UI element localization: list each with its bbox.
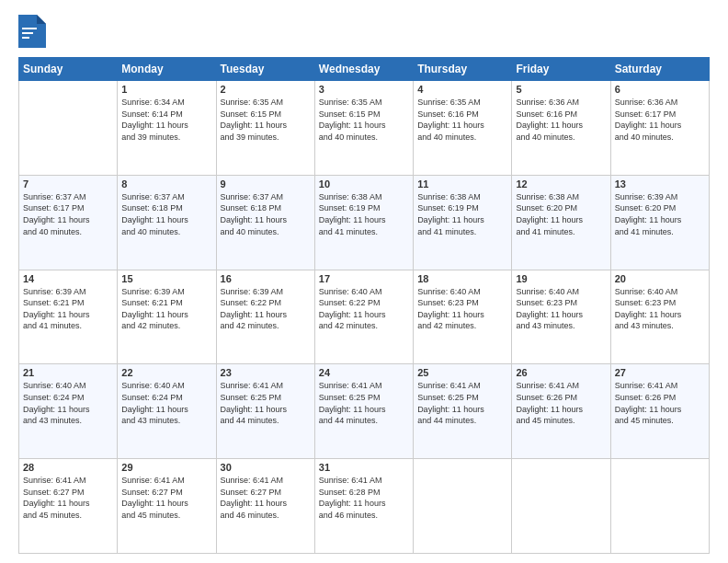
- calendar-cell: 12Sunrise: 6:38 AM Sunset: 6:20 PM Dayli…: [512, 175, 610, 270]
- cell-info: Sunrise: 6:40 AM Sunset: 6:23 PM Dayligh…: [417, 286, 507, 332]
- day-number: 7: [23, 178, 113, 190]
- logo: [18, 15, 50, 48]
- calendar-cell: 1Sunrise: 6:34 AM Sunset: 6:14 PM Daylig…: [118, 81, 216, 176]
- logo-icon: [18, 15, 46, 48]
- calendar-cell: 19Sunrise: 6:40 AM Sunset: 6:23 PM Dayli…: [512, 270, 610, 364]
- cell-info: Sunrise: 6:37 AM Sunset: 6:18 PM Dayligh…: [221, 191, 311, 237]
- day-number: 29: [121, 462, 211, 473]
- calendar-cell: 5Sunrise: 6:36 AM Sunset: 6:16 PM Daylig…: [512, 81, 610, 176]
- day-number: 30: [221, 462, 311, 473]
- calendar-cell: 3Sunrise: 6:35 AM Sunset: 6:15 PM Daylig…: [314, 81, 413, 176]
- cell-info: Sunrise: 6:39 AM Sunset: 6:21 PM Dayligh…: [23, 286, 113, 332]
- day-number: 20: [615, 273, 705, 284]
- day-number: 14: [23, 273, 113, 284]
- cell-info: Sunrise: 6:39 AM Sunset: 6:20 PM Dayligh…: [615, 191, 705, 237]
- cell-info: Sunrise: 6:36 AM Sunset: 6:17 PM Dayligh…: [615, 97, 705, 143]
- day-number: 17: [319, 273, 409, 284]
- col-tuesday: Tuesday: [216, 58, 314, 81]
- calendar-cell: [512, 459, 610, 554]
- calendar-cell: 14Sunrise: 6:39 AM Sunset: 6:21 PM Dayli…: [19, 270, 118, 364]
- calendar-cell: 26Sunrise: 6:41 AM Sunset: 6:26 PM Dayli…: [512, 364, 610, 459]
- calendar-cell: 27Sunrise: 6:41 AM Sunset: 6:26 PM Dayli…: [610, 364, 709, 459]
- calendar-cell: 24Sunrise: 6:41 AM Sunset: 6:25 PM Dayli…: [314, 364, 413, 459]
- calendar-cell: 21Sunrise: 6:40 AM Sunset: 6:24 PM Dayli…: [19, 364, 118, 459]
- cell-info: Sunrise: 6:41 AM Sunset: 6:25 PM Dayligh…: [417, 380, 507, 426]
- calendar-cell: 17Sunrise: 6:40 AM Sunset: 6:22 PM Dayli…: [314, 270, 413, 364]
- calendar-cell: 13Sunrise: 6:39 AM Sunset: 6:20 PM Dayli…: [610, 175, 709, 270]
- col-wednesday: Wednesday: [314, 58, 413, 81]
- cell-info: Sunrise: 6:41 AM Sunset: 6:27 PM Dayligh…: [23, 475, 113, 521]
- col-friday: Friday: [512, 58, 610, 81]
- cell-info: Sunrise: 6:38 AM Sunset: 6:19 PM Dayligh…: [417, 191, 507, 237]
- calendar-cell: 30Sunrise: 6:41 AM Sunset: 6:27 PM Dayli…: [216, 459, 314, 554]
- calendar-cell: 4Sunrise: 6:35 AM Sunset: 6:16 PM Daylig…: [414, 81, 512, 176]
- day-number: 3: [319, 84, 409, 95]
- day-number: 11: [417, 178, 507, 190]
- calendar-cell: 29Sunrise: 6:41 AM Sunset: 6:27 PM Dayli…: [118, 459, 216, 554]
- cell-info: Sunrise: 6:40 AM Sunset: 6:23 PM Dayligh…: [516, 286, 606, 332]
- calendar-cell: 15Sunrise: 6:39 AM Sunset: 6:21 PM Dayli…: [118, 270, 216, 364]
- cell-info: Sunrise: 6:41 AM Sunset: 6:27 PM Dayligh…: [221, 475, 311, 521]
- calendar-cell: [414, 459, 512, 554]
- cell-info: Sunrise: 6:41 AM Sunset: 6:25 PM Dayligh…: [221, 380, 311, 426]
- svg-marker-0: [18, 15, 46, 48]
- day-number: 1: [121, 84, 211, 95]
- header: [18, 15, 710, 48]
- day-number: 19: [516, 273, 606, 284]
- calendar-cell: 10Sunrise: 6:38 AM Sunset: 6:19 PM Dayli…: [314, 175, 413, 270]
- cell-info: Sunrise: 6:41 AM Sunset: 6:26 PM Dayligh…: [615, 380, 705, 426]
- calendar-cell: [610, 459, 709, 554]
- calendar-cell: 18Sunrise: 6:40 AM Sunset: 6:23 PM Dayli…: [414, 270, 512, 364]
- cell-info: Sunrise: 6:40 AM Sunset: 6:24 PM Dayligh…: [23, 380, 113, 426]
- day-number: 2: [221, 84, 311, 95]
- day-number: 26: [516, 367, 606, 378]
- calendar-cell: 9Sunrise: 6:37 AM Sunset: 6:18 PM Daylig…: [216, 175, 314, 270]
- week-row-4: 21Sunrise: 6:40 AM Sunset: 6:24 PM Dayli…: [19, 364, 710, 459]
- col-thursday: Thursday: [414, 58, 512, 81]
- cell-info: Sunrise: 6:41 AM Sunset: 6:27 PM Dayligh…: [121, 475, 211, 521]
- day-number: 27: [615, 367, 705, 378]
- day-number: 23: [221, 367, 311, 378]
- cell-info: Sunrise: 6:40 AM Sunset: 6:23 PM Dayligh…: [615, 286, 705, 332]
- day-number: 28: [23, 462, 113, 473]
- cell-info: Sunrise: 6:35 AM Sunset: 6:15 PM Dayligh…: [319, 97, 409, 143]
- calendar-cell: 20Sunrise: 6:40 AM Sunset: 6:23 PM Dayli…: [610, 270, 709, 364]
- svg-rect-2: [22, 28, 37, 29]
- calendar-header-row: Sunday Monday Tuesday Wednesday Thursday…: [19, 58, 710, 81]
- calendar-cell: 22Sunrise: 6:40 AM Sunset: 6:24 PM Dayli…: [118, 364, 216, 459]
- calendar-cell: 8Sunrise: 6:37 AM Sunset: 6:18 PM Daylig…: [118, 175, 216, 270]
- cell-info: Sunrise: 6:39 AM Sunset: 6:22 PM Dayligh…: [221, 286, 311, 332]
- day-number: 16: [221, 273, 311, 284]
- day-number: 22: [121, 367, 211, 378]
- day-number: 12: [516, 178, 606, 190]
- calendar-cell: 23Sunrise: 6:41 AM Sunset: 6:25 PM Dayli…: [216, 364, 314, 459]
- calendar-cell: 25Sunrise: 6:41 AM Sunset: 6:25 PM Dayli…: [414, 364, 512, 459]
- calendar-cell: 6Sunrise: 6:36 AM Sunset: 6:17 PM Daylig…: [610, 81, 709, 176]
- calendar-cell: [19, 81, 118, 176]
- cell-info: Sunrise: 6:34 AM Sunset: 6:14 PM Dayligh…: [121, 97, 211, 143]
- col-sunday: Sunday: [19, 58, 118, 81]
- col-monday: Monday: [118, 58, 216, 81]
- day-number: 8: [121, 178, 211, 190]
- day-number: 18: [417, 273, 507, 284]
- day-number: 4: [417, 84, 507, 95]
- calendar-cell: 2Sunrise: 6:35 AM Sunset: 6:15 PM Daylig…: [216, 81, 314, 176]
- page: Sunday Monday Tuesday Wednesday Thursday…: [0, 0, 728, 563]
- day-number: 24: [319, 367, 409, 378]
- cell-info: Sunrise: 6:39 AM Sunset: 6:21 PM Dayligh…: [121, 286, 211, 332]
- cell-info: Sunrise: 6:36 AM Sunset: 6:16 PM Dayligh…: [516, 97, 606, 143]
- cell-info: Sunrise: 6:38 AM Sunset: 6:19 PM Dayligh…: [319, 191, 409, 237]
- week-row-2: 7Sunrise: 6:37 AM Sunset: 6:17 PM Daylig…: [19, 175, 710, 270]
- cell-info: Sunrise: 6:37 AM Sunset: 6:18 PM Dayligh…: [121, 191, 211, 237]
- calendar-cell: 7Sunrise: 6:37 AM Sunset: 6:17 PM Daylig…: [19, 175, 118, 270]
- day-number: 9: [221, 178, 311, 190]
- calendar-table: Sunday Monday Tuesday Wednesday Thursday…: [18, 57, 710, 554]
- day-number: 13: [615, 178, 705, 190]
- svg-marker-1: [37, 15, 46, 24]
- svg-rect-4: [22, 37, 29, 39]
- day-number: 6: [615, 84, 705, 95]
- calendar-cell: 16Sunrise: 6:39 AM Sunset: 6:22 PM Dayli…: [216, 270, 314, 364]
- cell-info: Sunrise: 6:40 AM Sunset: 6:24 PM Dayligh…: [121, 380, 211, 426]
- week-row-3: 14Sunrise: 6:39 AM Sunset: 6:21 PM Dayli…: [19, 270, 710, 364]
- day-number: 31: [319, 462, 409, 473]
